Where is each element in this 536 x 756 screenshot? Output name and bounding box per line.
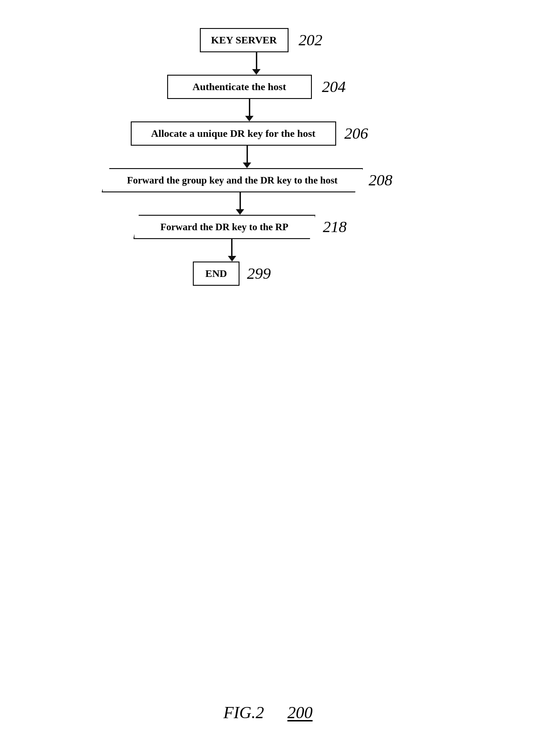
arrow-2 xyxy=(245,99,254,121)
forward-dr-ref: 218 xyxy=(323,219,347,235)
end-node: END xyxy=(193,261,240,286)
allocate-label: Allocate a unique DR key for the host xyxy=(151,127,315,140)
end-label: END xyxy=(205,268,227,280)
authenticate-node: Authenticate the host xyxy=(167,75,312,99)
forward-group-ref: 208 xyxy=(369,172,393,188)
authenticate-ref: 204 xyxy=(322,79,346,95)
figure-number: 200 xyxy=(287,703,312,722)
end-ref: 299 xyxy=(247,266,271,282)
keyserver-node: KEY SERVER xyxy=(200,28,289,52)
arrow-5 xyxy=(228,239,236,261)
figure-label: FIG.2 200 xyxy=(224,703,313,722)
forward-group-node: Forward the group key and the DR key to … xyxy=(102,168,363,192)
arrow-1 xyxy=(252,52,261,75)
arrow-4 xyxy=(236,192,244,215)
keyserver-label: KEY SERVER xyxy=(211,34,277,46)
forward-group-label: Forward the group key and the DR key to … xyxy=(127,175,338,186)
flowchart: KEY SERVER 202 Authenticate the host 204… xyxy=(105,28,431,286)
figure-name: FIG.2 xyxy=(224,703,264,722)
allocate-row: Allocate a unique DR key for the host 20… xyxy=(86,121,413,146)
keyserver-row: KEY SERVER 202 xyxy=(98,28,424,52)
authenticate-row: Authenticate the host 204 xyxy=(93,75,420,99)
forward-dr-row: Forward the DR key to the RP 218 xyxy=(77,215,403,239)
allocate-ref: 206 xyxy=(345,126,368,141)
end-row: END 299 xyxy=(69,261,395,286)
allocate-node: Allocate a unique DR key for the host xyxy=(131,121,336,146)
forward-dr-label: Forward the DR key to the RP xyxy=(160,221,288,233)
arrow-3 xyxy=(243,146,251,168)
forward-dr-node: Forward the DR key to the RP xyxy=(134,215,316,239)
forward-group-row: Forward the group key and the DR key to … xyxy=(84,168,410,192)
keyserver-ref: 202 xyxy=(299,32,323,48)
authenticate-label: Authenticate the host xyxy=(192,81,286,93)
